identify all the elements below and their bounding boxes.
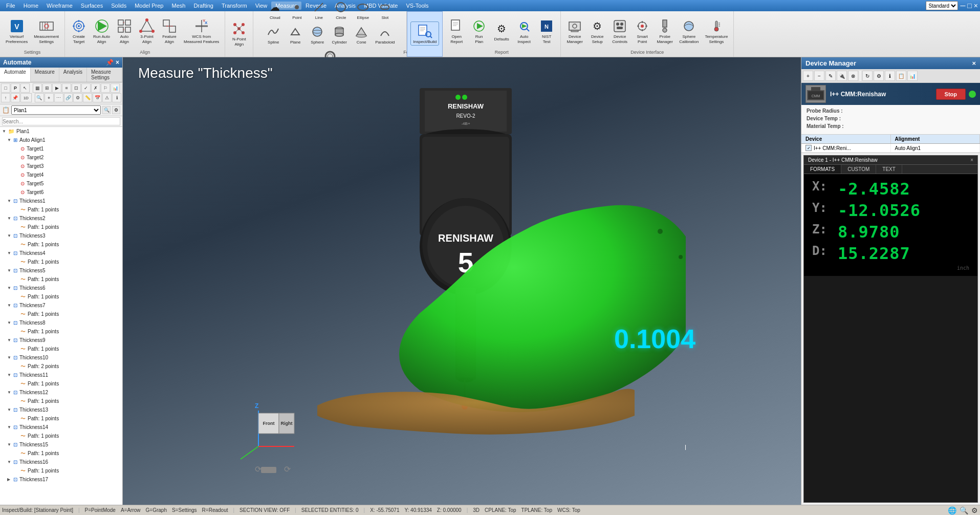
cylinder-button[interactable]: Cylinder — [329, 22, 350, 46]
tb-info[interactable]: ℹ — [112, 93, 121, 102]
tb-chart[interactable]: 📊 — [111, 83, 120, 93]
menu-drafting[interactable]: Drafting — [189, 2, 217, 10]
automate-pin-icon[interactable]: 📌 — [106, 59, 114, 66]
tree-target5[interactable]: ⊙ Target5 — [0, 179, 122, 188]
menu-wireframe[interactable]: Wireframe — [42, 2, 77, 10]
tree-thickness2[interactable]: ▼ ⊡ Thickness2 — [0, 214, 122, 223]
tree-target3[interactable]: ⊙ Target3 — [0, 162, 122, 170]
tree-thickness15-path[interactable]: 〜 Path: 1 points — [0, 449, 122, 458]
device-controls-button[interactable]: Device Controls — [609, 16, 630, 46]
tb-zoom[interactable]: 🔍 — [35, 93, 44, 102]
d1-tab-custom[interactable]: CUSTOM — [841, 165, 876, 174]
dm-tb-settings[interactable]: ⚙ — [874, 71, 884, 81]
tb-cursor[interactable]: ⌖ — [45, 93, 54, 102]
dm-tb-add[interactable]: + — [803, 71, 813, 81]
tb-flag[interactable]: ⚐ — [101, 83, 110, 93]
tree-plan1[interactable]: ▼ 📁 Plan1 — [0, 127, 122, 136]
sphere-button[interactable]: Sphere — [307, 22, 328, 46]
tb-cal[interactable]: 📅 — [93, 93, 102, 102]
tree-thickness8-path[interactable]: 〜 Path: 1 points — [0, 327, 122, 336]
tb-measure[interactable]: 📏 — [83, 93, 92, 102]
tb-new[interactable]: □ — [1, 83, 10, 93]
dm-tb-log[interactable]: 📋 — [896, 71, 906, 81]
tree-thickness13[interactable]: ▼ ⊡ Thickness13 — [0, 405, 122, 414]
tree-thickness13-path[interactable]: 〜 Path: 1 points — [0, 414, 122, 423]
spline-button[interactable]: Spline — [263, 22, 284, 46]
tb-play[interactable]: ▶ — [52, 83, 61, 93]
slot-button[interactable]: Slot — [374, 0, 396, 22]
plan-settings-btn[interactable]: ⚙ — [112, 106, 120, 114]
table-row[interactable]: ✓ I++ CMM:Reni... Auto Align1 — [801, 144, 980, 153]
tree-thickness7-path[interactable]: 〜 Path: 1 points — [0, 310, 122, 318]
search-input[interactable] — [2, 117, 120, 125]
tb-expand[interactable]: ▦ — [33, 83, 42, 93]
dm-tb-disconnect[interactable]: ⊗ — [848, 71, 858, 81]
verisurf-prefs-button[interactable]: V Verisurf Preferences — [3, 16, 30, 46]
wcs-from-button[interactable]: X Y WCS from Measured Features — [181, 16, 222, 46]
menu-transform[interactable]: Transform — [217, 2, 251, 10]
nist-test-button[interactable]: N NIST Test — [536, 16, 557, 46]
tb-list[interactable]: ≡ — [62, 83, 71, 93]
tree-thickness9-path[interactable]: 〜 Path: 1 points — [0, 345, 122, 353]
tree-thickness6[interactable]: ▼ ⊡ Thickness6 — [0, 284, 122, 292]
sphere-calibration-button[interactable]: Sphere Calibration — [677, 16, 701, 46]
line-button[interactable]: Line — [308, 0, 330, 22]
tree-thickness11[interactable]: ▼ ⊡ Thickness11 — [0, 371, 122, 379]
tree-thickness8[interactable]: ▼ ⊡ Thickness8 — [0, 318, 122, 327]
tb-check[interactable]: ✓ — [81, 83, 91, 93]
run-plan-button[interactable]: Run Plan — [468, 16, 490, 46]
status-zoom-icon[interactable]: 🔍 — [960, 506, 968, 514]
plan-search-btn[interactable]: 🔍 — [102, 106, 111, 114]
tree-thickness6-path[interactable]: 〜 Path: 1 points — [0, 292, 122, 301]
defaults-button[interactable]: ⚙ Defaults — [491, 19, 512, 43]
device-manager-button[interactable]: Device Manager — [564, 16, 585, 46]
auto-align-button[interactable]: Auto Align — [114, 16, 135, 46]
tree-thickness3-path[interactable]: 〜 Path: 1 points — [0, 240, 122, 249]
tb-p[interactable]: P — [11, 83, 20, 93]
plane-button[interactable]: Plane — [285, 22, 306, 46]
window-close[interactable]: × — [974, 2, 978, 10]
tree-thickness5[interactable]: ▼ ⊡ Thickness5 — [0, 266, 122, 275]
measurement-settings-button[interactable]: Measurement Settings — [31, 16, 61, 46]
tb-pin[interactable]: 📌 — [11, 93, 20, 102]
tb-dots[interactable]: ⋯ — [54, 93, 63, 102]
tb-grid[interactable]: ⊞ — [42, 83, 52, 93]
tree-thickness1-path[interactable]: 〜 Path: 1 points — [0, 205, 122, 214]
probe-manager-button[interactable]: Probe Manager — [654, 16, 676, 46]
tree-thickness10[interactable]: ▼ ⊡ Thickness10 — [0, 353, 122, 362]
point-button[interactable]: Point — [286, 0, 308, 22]
window-maximize[interactable]: □ — [967, 2, 971, 10]
dm-tb-info[interactable]: ℹ — [885, 71, 895, 81]
automate-close-icon[interactable]: × — [116, 59, 119, 66]
tb-link[interactable]: 🔗 — [64, 93, 73, 102]
tree-view[interactable]: ▼ 📁 Plan1 ▼ ⊞ Auto Align1 ⊙ Target1 ⊙ Ta… — [0, 127, 122, 505]
tree-thickness17[interactable]: ▶ ⊡ Thickness17 — [0, 475, 122, 484]
menu-solids[interactable]: Solids — [107, 2, 130, 10]
tree-thickness9[interactable]: ▼ ⊡ Thickness9 — [0, 336, 122, 345]
npoint-align-button[interactable]: N-Point Align — [228, 19, 250, 48]
cone-button[interactable]: Cone — [351, 22, 372, 46]
cloud-button[interactable]: ☁ Cloud — [264, 0, 286, 22]
tree-thickness4-path[interactable]: 〜 Path: 1 points — [0, 258, 122, 266]
dm-tb-chart[interactable]: 📊 — [907, 71, 918, 81]
d1-tab-formats[interactable]: FORMATS — [804, 165, 841, 174]
dm-tb-refresh[interactable]: ↻ — [862, 71, 873, 81]
tab-measure-settings[interactable]: Measure Settings — [87, 68, 122, 82]
tree-auto-align1[interactable]: ▼ ⊞ Auto Align1 — [0, 136, 122, 144]
tree-thickness14[interactable]: ▼ ⊡ Thickness14 — [0, 423, 122, 432]
tree-thickness12[interactable]: ▼ ⊡ Thickness12 — [0, 388, 122, 397]
tree-thickness2-path[interactable]: 〜 Path: 1 points — [0, 223, 122, 231]
tree-target6[interactable]: ⊙ Target6 — [0, 188, 122, 197]
menu-home[interactable]: Home — [19, 2, 42, 10]
window-minimize[interactable]: ─ — [960, 2, 965, 10]
tree-thickness3[interactable]: ▼ ⊡ Thickness3 — [0, 231, 122, 240]
tree-thickness11-path[interactable]: 〜 Path: 1 points — [0, 379, 122, 388]
status-globe-icon[interactable]: 🌐 — [948, 506, 956, 514]
device-checkbox[interactable]: ✓ — [805, 145, 812, 151]
feature-align-button[interactable]: Feature Align — [159, 16, 180, 46]
tab-measure[interactable]: Measure — [31, 68, 59, 82]
tb-x[interactable]: ✗ — [91, 83, 100, 93]
device1-close[interactable]: × — [970, 157, 973, 163]
tree-thickness16-path[interactable]: 〜 Path: 1 points — [0, 466, 122, 475]
run-auto-align-button[interactable]: Run Auto Align — [91, 16, 113, 46]
